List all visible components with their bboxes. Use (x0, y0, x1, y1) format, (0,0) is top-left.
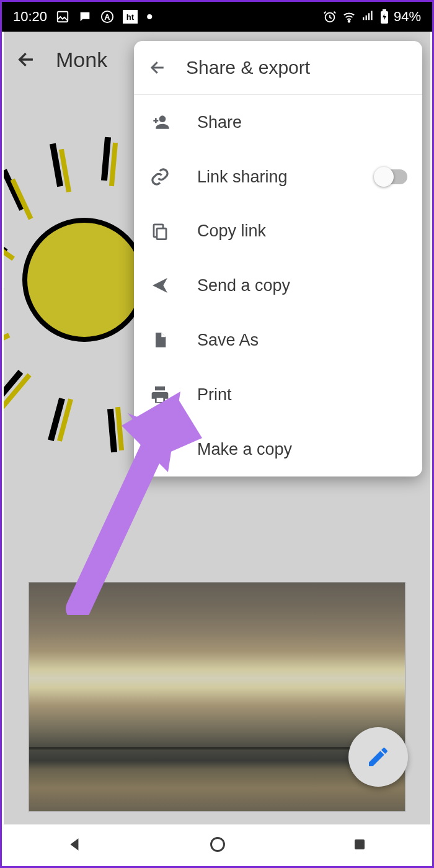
svg-rect-8 (383, 9, 386, 11)
svg-point-15 (211, 838, 224, 851)
share-export-menu: Share & export Share Link sharing Copy l… (134, 41, 422, 477)
menu-label: Copy link (197, 221, 266, 241)
menu-label: Save As (197, 331, 259, 350)
signal-icon (361, 10, 375, 24)
status-battery-text: 94% (394, 9, 421, 25)
nav-back-icon[interactable] (67, 836, 83, 852)
svg-rect-10 (157, 228, 166, 239)
copy-file-icon (149, 439, 171, 459)
menu-label: Make a copy (197, 440, 292, 459)
wifi-icon (342, 10, 356, 24)
alarm-icon (323, 10, 337, 24)
send-icon (149, 275, 171, 295)
svg-text:ht: ht (126, 12, 135, 22)
svg-rect-11 (157, 398, 164, 402)
copy-icon (149, 222, 171, 241)
svg-point-9 (159, 115, 166, 122)
menu-item-copy-link[interactable]: Copy link (134, 204, 422, 258)
link-icon (149, 167, 171, 187)
svg-rect-16 (355, 839, 365, 849)
menu-item-send-copy[interactable]: Send a copy (134, 258, 422, 313)
status-time: 10:20 (13, 9, 47, 25)
menu-item-share[interactable]: Share (134, 95, 422, 150)
sunset-photo (29, 582, 405, 812)
menu-item-save-as[interactable]: Save As (134, 313, 422, 367)
ht-icon: ht (123, 10, 138, 24)
file-icon (149, 330, 171, 350)
pencil-icon (366, 745, 391, 769)
print-icon (149, 385, 171, 405)
app-screen: Monk Share & export (4, 32, 430, 824)
image-icon (56, 10, 69, 24)
document-title: Monk (56, 48, 107, 72)
message-icon (78, 10, 92, 24)
menu-label: Print (197, 385, 232, 405)
svg-rect-0 (58, 12, 68, 22)
menu-item-make-copy[interactable]: Make a copy (134, 422, 422, 477)
android-nav-bar (4, 824, 430, 864)
menu-item-link-sharing[interactable]: Link sharing (134, 150, 422, 204)
nav-home-icon[interactable] (209, 836, 226, 853)
menu-item-print[interactable]: Print (134, 367, 422, 422)
popup-header: Share & export (134, 41, 422, 95)
svg-point-6 (348, 20, 350, 22)
status-bar: 10:20 A ht • 94% (2, 2, 432, 32)
back-icon[interactable] (16, 49, 37, 70)
popup-back-icon[interactable] (149, 58, 167, 77)
menu-label: Share (197, 113, 242, 132)
battery-icon (380, 9, 389, 24)
edit-fab[interactable] (348, 727, 408, 787)
person-add-icon (149, 112, 171, 132)
svg-text:A: A (104, 12, 110, 22)
menu-label: Send a copy (197, 276, 290, 295)
a-circle-icon: A (100, 10, 114, 24)
popup-title: Share & export (186, 57, 310, 78)
menu-label: Link sharing (197, 168, 288, 187)
nav-recent-icon[interactable] (352, 837, 367, 852)
link-sharing-toggle[interactable] (375, 169, 407, 184)
